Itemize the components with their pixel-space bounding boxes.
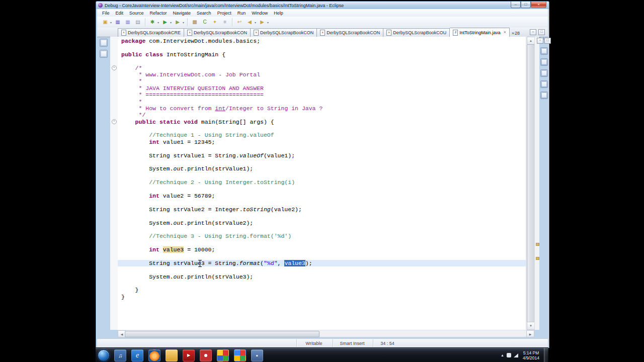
outline-view-icon[interactable] [540,47,548,55]
menu-search[interactable]: Search [194,10,214,17]
annotation-ruler[interactable]: − − [110,37,118,330]
code-line: String strValue1 = String.valueOf(value1… [118,152,526,159]
dropdown-arrow-icon[interactable]: ▾ [255,21,256,24]
maximize-pane-icon[interactable]: □ [544,38,551,44]
new-class-icon[interactable]: C [200,18,209,27]
snippets-view-icon[interactable] [540,69,548,77]
network-icon[interactable] [514,353,518,357]
code-line [118,213,526,219]
dropdown-arrow-icon[interactable]: ▾ [183,21,184,24]
menu-run[interactable]: Run [234,10,249,17]
minimize-button[interactable]: – [511,2,521,8]
dropdown-arrow-icon[interactable]: ▾ [267,21,269,24]
search-icon[interactable]: ✦ [210,18,219,27]
palette-app-icon[interactable] [217,349,229,361]
eclipse-window: Debug - CoreJavaInterview-InterviewDot/s… [96,1,549,348]
code-line: * www.InterviewDot.com - Job Portal [118,71,526,78]
media-swirl-icon[interactable] [200,349,212,361]
dropdown-arrow-icon[interactable]: ▾ [170,21,172,24]
save-icon[interactable]: ▦ [113,18,122,27]
internet-explorer-icon[interactable]: e [131,349,143,361]
run-icon[interactable]: ▶ [160,18,170,27]
maximize-editor-icon[interactable]: □ [538,29,545,35]
code-line [118,253,526,260]
toolbar-separator [232,18,232,26]
dropdown-arrow-icon[interactable]: ▾ [157,21,159,24]
title-bar[interactable]: Debug - CoreJavaInterview-InterviewDot/s… [96,2,549,9]
horizontal-scrollbar[interactable]: ◀ ▶ [118,330,534,337]
menu-navigate[interactable]: Navigate [170,10,194,17]
new-wizard-icon[interactable]: ▣ [101,18,110,27]
close-button[interactable]: × [531,2,546,8]
occurrence-marker[interactable] [536,243,539,246]
debug-icon[interactable]: ✱ [148,18,157,27]
tab-label: DerbySQLScrapBookCOU [393,30,446,35]
code-line: * ================================== [118,92,526,98]
editor-tab[interactable]: sDerbySQLScrapBookCRE [118,28,184,37]
debug-view-icon[interactable] [100,50,108,58]
folder-icon[interactable] [166,349,178,361]
task-list-view-icon[interactable] [540,58,548,66]
action-center-icon[interactable] [507,353,511,357]
code-line [118,199,526,206]
forward-icon[interactable]: ▶ [258,18,267,27]
toggle-annotations-icon[interactable]: ≡ [220,18,229,27]
toolbar-left: ▣▾▦▦▤✱▾▶▾▶▾▩C✦≡↩◀▾▶▾ [100,18,270,27]
code-line: * [118,99,526,105]
code-editor[interactable]: package com.InterviewDot.modules.basics;… [118,37,526,330]
tray-expand-icon[interactable]: ▲ [501,353,504,357]
code-line: /* [118,65,526,71]
code-line: System.out.println(strValue2); [118,220,526,226]
vertical-scrollbar[interactable]: ▲ ▼ [526,37,535,330]
taskbar-clock[interactable]: 5:14 PM 4/9/2014 [521,350,541,360]
overview-ruler[interactable] [534,37,539,330]
occurrence-marker[interactable] [536,257,539,260]
package-explorer-view-icon[interactable] [100,39,108,47]
show-desktop-button[interactable] [544,348,548,362]
floppy-app-icon[interactable]: ▪ [251,349,263,361]
editor-tab[interactable]: sDerbySQLScrapBookCON [317,28,383,37]
grid-app-icon[interactable] [234,349,246,361]
print-icon[interactable]: ▤ [133,18,142,27]
documentation-view-icon[interactable] [540,92,548,99]
editor-tab[interactable]: sDerbySQLScrapBookCON [184,28,251,37]
editor-tab[interactable]: JIntToStringMain.java× [450,28,510,37]
external-tools-icon[interactable]: ▶ [173,18,182,27]
editor-list-button[interactable]: » 28 [512,31,520,36]
menu-source[interactable]: Source [126,10,147,17]
menu-edit[interactable]: Edit [113,10,127,17]
new-java-project-icon[interactable]: ▩ [190,18,199,27]
system-tray: ▲ 5:14 PM 4/9/2014 [501,348,548,362]
editor-tab[interactable]: sDerbySQLScrapBookCON [251,28,317,37]
menu-project[interactable]: Project [214,10,234,17]
editor-tab[interactable]: sDerbySQLScrapBookCOU [383,28,450,37]
restore-pane-icon[interactable]: ▫ [537,38,543,44]
code-line [118,44,526,51]
start-button[interactable] [98,349,110,361]
sql-file-icon: s [187,30,192,36]
menu-help[interactable]: Help [271,10,286,17]
fold-marker-icon[interactable]: − [112,119,117,124]
toolbar: ▣▾▦▦▤✱▾▶▾▶▾▩C✦≡↩◀▾▶▾ ▨ JJava✱Debug [97,17,548,28]
firefox-icon[interactable] [148,349,160,361]
maximize-button[interactable]: □ [521,2,531,8]
templates-view-icon[interactable] [540,80,548,88]
horizontal-scroll-thumb[interactable] [125,331,319,337]
menu-window[interactable]: Window [249,10,271,17]
youtube-icon[interactable]: ▶ [183,349,195,361]
vertical-scroll-thumb[interactable] [527,44,535,323]
save-all-icon[interactable]: ▦ [123,18,132,27]
close-tab-icon[interactable]: × [504,30,506,35]
last-edit-location-icon[interactable]: ↩ [235,18,244,27]
scroll-up-icon[interactable]: ▲ [527,37,535,45]
scroll-right-icon[interactable]: ▶ [526,330,534,337]
menu-file[interactable]: File [99,10,113,17]
menu-refactor[interactable]: Refactor [147,10,170,17]
fold-marker-icon[interactable]: − [112,65,117,70]
minimize-editor-icon[interactable]: – [530,29,536,35]
media-player-icon[interactable]: ♫ [114,349,126,361]
text-cursor [198,260,202,267]
dropdown-arrow-icon[interactable]: ▾ [110,21,112,24]
back-icon[interactable]: ◀ [245,18,254,27]
scroll-down-icon[interactable]: ▼ [527,322,535,330]
